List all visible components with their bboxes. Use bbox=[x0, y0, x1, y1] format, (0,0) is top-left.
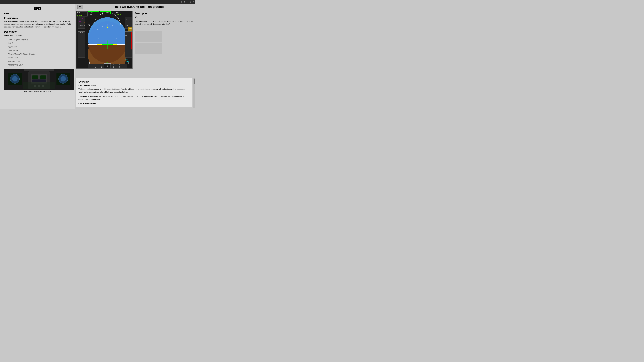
svg-text:10: 10 bbox=[98, 37, 99, 39]
pfd-display: MAN FLX +60 SRS CLB RWY NAV 1 FD bbox=[76, 11, 132, 69]
overview-para2: This speed is entered by the crew in the… bbox=[78, 95, 190, 101]
overview-para1: V1 is the maximum speed at which a rejec… bbox=[78, 88, 190, 93]
menu-item-alternatelaw[interactable]: Alternate Law bbox=[8, 60, 71, 62]
left-panel: EFIS PFD Overview The PFD present the pi… bbox=[0, 4, 75, 109]
svg-text:RWY: RWY bbox=[102, 12, 105, 13]
svg-rect-72 bbox=[125, 17, 132, 57]
pfd-menu-list: Take Off (Starting Roll) Climb Approach … bbox=[4, 38, 71, 66]
svg-rect-17 bbox=[23, 82, 55, 89]
pfd-svg: MAN FLX +60 SRS CLB RWY NAV 1 FD bbox=[76, 11, 132, 69]
pfd-label: PFD bbox=[4, 12, 71, 15]
menu-item-climb[interactable]: Climb bbox=[8, 42, 71, 44]
svg-rect-12 bbox=[32, 79, 46, 82]
top-bar: ⏸ ⏺ ✈ ? ⚙ bbox=[0, 0, 195, 4]
svg-rect-64 bbox=[116, 44, 117, 45]
svg-text:2: 2 bbox=[101, 66, 102, 68]
overview-label: Overview bbox=[4, 16, 71, 20]
desc-text: Decision Speed (V1). When it is off the … bbox=[135, 20, 193, 25]
overview-title: Overview bbox=[78, 80, 190, 83]
gear-icon[interactable]: ⚙ bbox=[192, 1, 194, 3]
svg-text:060: 060 bbox=[80, 25, 83, 26]
svg-rect-10 bbox=[32, 75, 38, 79]
menu-item-takeoff[interactable]: Take Off (Starting Roll) bbox=[8, 38, 71, 41]
right-panel: << Take Off (Starting Roll - on ground) … bbox=[75, 4, 195, 109]
cockpit-image-container: A320 Cockpit - (CEO v2 and NEO – LCD) bbox=[4, 69, 71, 93]
cockpit-svg bbox=[4, 69, 74, 90]
overview-scrollbar[interactable] bbox=[193, 78, 195, 108]
svg-text:4: 4 bbox=[119, 66, 120, 68]
menu-item-normallaw[interactable]: Normal Law (No Flight Director) bbox=[8, 53, 71, 55]
overview-text: The PFD present the pilots with the basi… bbox=[4, 20, 71, 28]
app-title: EFIS bbox=[4, 6, 71, 10]
svg-rect-11 bbox=[40, 75, 46, 79]
svg-text:1: 1 bbox=[95, 66, 96, 68]
cockpit-image bbox=[4, 69, 74, 90]
svg-text:☞: ☞ bbox=[84, 21, 85, 24]
svg-text:80: 80 bbox=[130, 29, 131, 31]
svg-text:0: 0 bbox=[107, 65, 108, 67]
menu-item-mechanicallaw[interactable]: Mechanical Law bbox=[8, 64, 71, 66]
right-bottom-area: Overview • V1: Decision speed V1 is the … bbox=[75, 78, 195, 109]
svg-text:139: 139 bbox=[79, 21, 82, 22]
svg-text:4000: 4000 bbox=[126, 18, 130, 20]
svg-text:147: 147 bbox=[80, 17, 83, 19]
svg-text:1: 1 bbox=[86, 30, 86, 31]
svg-text:0: 0 bbox=[81, 29, 82, 31]
desc-title: Description bbox=[135, 12, 193, 15]
svg-text:CLB: CLB bbox=[90, 14, 92, 15]
back-button[interactable]: << bbox=[77, 5, 83, 9]
help-icon[interactable]: ? bbox=[190, 1, 191, 3]
select-label: Select a PFD screen: bbox=[4, 34, 71, 37]
right-top-area: MAN FLX +60 SRS CLB RWY NAV 1 FD bbox=[75, 10, 195, 78]
scrollbar-thumb[interactable] bbox=[194, 78, 195, 84]
svg-text:10: 10 bbox=[116, 37, 117, 39]
svg-text:1 FD 2: 1 FD 2 bbox=[116, 12, 120, 13]
menu-item-approach[interactable]: Approach bbox=[8, 45, 71, 48]
svg-text:>005-: >005- bbox=[125, 25, 128, 26]
overview-bullet2: • VR: Rotation speed bbox=[78, 102, 190, 104]
page-title: Take Off (Starting Roll - on ground) bbox=[85, 5, 193, 8]
record-icon[interactable]: ⏺ bbox=[184, 1, 186, 3]
airplane-icon[interactable]: ✈ bbox=[187, 1, 189, 3]
svg-text:3: 3 bbox=[113, 66, 114, 68]
cockpit-caption: A320 Cockpit - (CEO v2 and NEO – LCD) bbox=[4, 90, 71, 93]
svg-text:4 00: 4 00 bbox=[129, 28, 132, 29]
desc-value: V1 bbox=[135, 16, 193, 18]
description-panel: Description V1 Decision Speed (V1). When… bbox=[133, 10, 195, 78]
pfd-area: MAN FLX +60 SRS CLB RWY NAV 1 FD bbox=[75, 10, 133, 78]
overview-bullet1: • V1: Decision speed bbox=[78, 85, 190, 87]
svg-text:SRS: SRS bbox=[90, 12, 93, 13]
svg-text:1013: 1013 bbox=[126, 60, 129, 62]
menu-item-goaround[interactable]: Go Around bbox=[8, 49, 71, 51]
svg-text:>000-: >000- bbox=[125, 35, 128, 36]
svg-rect-79 bbox=[131, 32, 132, 49]
svg-rect-63 bbox=[97, 44, 98, 45]
overview-section: Overview • V1: Decision speed V1 is the … bbox=[76, 78, 192, 107]
svg-text:NAV: NAV bbox=[102, 14, 104, 15]
svg-text:A/THR: A/THR bbox=[117, 14, 121, 16]
svg-point-8 bbox=[60, 76, 66, 81]
svg-text:FLX +60: FLX +60 bbox=[77, 14, 82, 16]
pause-icon[interactable]: ⏸ bbox=[181, 1, 182, 3]
menu-item-directlaw[interactable]: Direct Law bbox=[8, 56, 71, 59]
description-label: Description bbox=[4, 30, 71, 33]
svg-text:QNH: QNH bbox=[126, 59, 128, 60]
svg-rect-24 bbox=[88, 11, 99, 14]
main-container: EFIS PFD Overview The PFD present the pi… bbox=[0, 4, 195, 109]
right-header: << Take Off (Starting Roll - on ground) bbox=[75, 4, 195, 10]
svg-rect-16 bbox=[24, 69, 54, 71]
svg-text:MAN: MAN bbox=[77, 12, 80, 13]
